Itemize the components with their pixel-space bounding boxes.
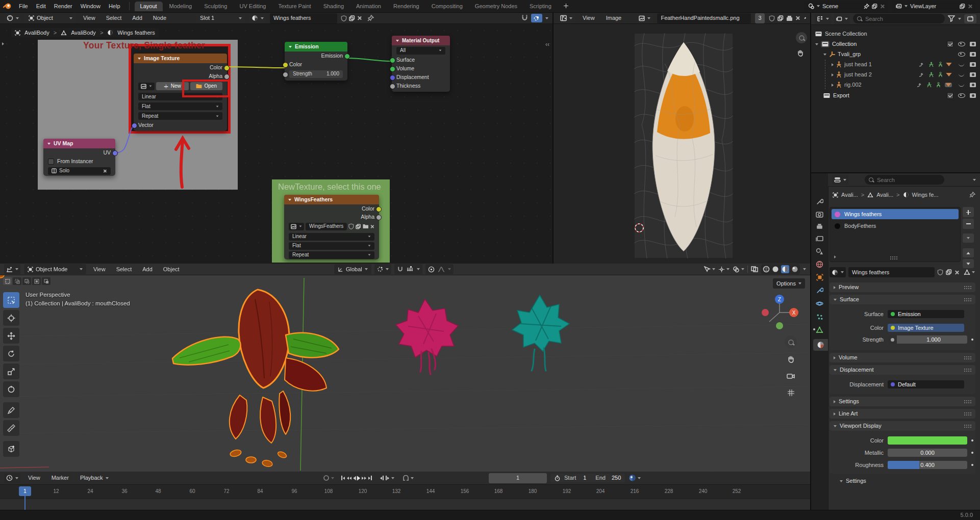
- keying-set-button[interactable]: [629, 474, 641, 482]
- close-icon[interactable]: [103, 169, 107, 172]
- chevron-down-icon[interactable]: [958, 18, 961, 20]
- chevron-down-icon[interactable]: [973, 179, 976, 181]
- playhead-line[interactable]: [24, 495, 26, 510]
- material-browse-button[interactable]: [830, 267, 846, 277]
- tab-material-active[interactable]: [813, 339, 828, 351]
- chevron-down-icon[interactable]: [803, 268, 806, 270]
- pin-icon[interactable]: [367, 15, 374, 21]
- editor-type-button[interactable]: [4, 13, 21, 23]
- visibility-dropdown[interactable]: [703, 266, 715, 272]
- menu-select[interactable]: Select: [113, 265, 136, 274]
- zoom-in-button[interactable]: [796, 32, 807, 43]
- color-output-socket[interactable]: [224, 65, 230, 71]
- menu-object[interactable]: Object: [160, 265, 183, 274]
- end-frame-field[interactable]: End250: [595, 475, 621, 481]
- material-name-field[interactable]: Wings feathers: [270, 13, 337, 23]
- alpha-output-socket[interactable]: [224, 74, 230, 80]
- outliner-row-scene-collection[interactable]: Scene Collection: [815, 29, 976, 39]
- add-slot-button[interactable]: [963, 207, 974, 217]
- overlays-dropdown[interactable]: [733, 266, 744, 273]
- menu-add[interactable]: Add: [139, 265, 156, 274]
- node-tree-button[interactable]: [964, 269, 975, 275]
- orientation-select[interactable]: Global: [334, 264, 371, 274]
- pack-icon[interactable]: [786, 15, 793, 21]
- blender-logo[interactable]: [3, 3, 12, 10]
- shield-icon[interactable]: [348, 223, 354, 229]
- search-input[interactable]: [864, 15, 917, 22]
- modifier-arrow-icon[interactable]: [919, 62, 925, 67]
- pose-icon[interactable]: [928, 62, 934, 68]
- users-count-badge[interactable]: 3: [755, 13, 764, 23]
- shading-material-active[interactable]: [781, 265, 789, 273]
- active-constraint-badge[interactable]: [945, 83, 952, 87]
- tab-rendering[interactable]: Rendering: [388, 2, 425, 11]
- select-mode-intersect[interactable]: [42, 277, 51, 285]
- tab-scene-icon[interactable]: [816, 248, 823, 255]
- eye-icon[interactable]: [958, 93, 965, 98]
- animate-dot[interactable]: [971, 464, 973, 466]
- breadcrumb-material[interactable]: Wings fe...: [912, 192, 939, 198]
- exclude-checkbox[interactable]: [947, 92, 953, 99]
- camera-visibility-icon[interactable]: [970, 62, 976, 67]
- tab-animation[interactable]: Animation: [350, 2, 387, 11]
- viewlayer-selector[interactable]: ViewLayer: [892, 1, 976, 11]
- surface-input-socket[interactable]: [390, 58, 395, 63]
- slot-specials-button[interactable]: [963, 233, 974, 243]
- tab-layout[interactable]: Layout: [135, 2, 163, 11]
- displacement-select[interactable]: Default: [888, 380, 964, 388]
- uv-output-socket[interactable]: [112, 150, 118, 156]
- from-instancer-checkbox[interactable]: [48, 159, 54, 165]
- image-name-field[interactable]: FeatherHandPaintedsmallc.png: [657, 13, 751, 23]
- breadcrumb-object[interactable]: Avali...: [841, 192, 858, 198]
- sidebar-collapse-icon[interactable]: [2, 42, 4, 45]
- tool-scale[interactable]: [3, 363, 19, 379]
- color-input-socket[interactable]: [283, 62, 288, 68]
- camera-visibility-icon[interactable]: [970, 42, 976, 46]
- snap-cluster[interactable]: [394, 264, 422, 274]
- editor-type-button[interactable]: [4, 264, 20, 274]
- animate-dot[interactable]: [971, 439, 973, 441]
- camera-visibility-icon[interactable]: [970, 72, 976, 77]
- editor-type-button[interactable]: [815, 14, 831, 24]
- tab-viewlayer-icon[interactable]: [816, 236, 823, 242]
- target-select[interactable]: All: [396, 47, 445, 55]
- menu-view[interactable]: View: [579, 14, 598, 22]
- copy-icon[interactable]: [777, 15, 784, 21]
- tab-particles-icon[interactable]: [816, 313, 823, 321]
- hide-icon[interactable]: [959, 84, 964, 87]
- close-icon[interactable]: [370, 224, 374, 228]
- tab-uv-editing[interactable]: UV Editing: [234, 2, 271, 11]
- menu-image[interactable]: Image: [602, 14, 625, 22]
- volume-input-socket[interactable]: [390, 66, 395, 72]
- select-mode-new[interactable]: [3, 277, 12, 285]
- auto-keying-toggle[interactable]: [323, 475, 334, 481]
- navigation-gizmo[interactable]: Z X: [758, 293, 801, 332]
- tab-object-icon[interactable]: [816, 274, 823, 281]
- outliner-search[interactable]: [853, 14, 945, 23]
- tool-move[interactable]: [3, 328, 19, 344]
- tab-scripting[interactable]: Scripting: [524, 2, 557, 11]
- tab-shading[interactable]: Shading: [318, 2, 349, 11]
- surface-shader-select[interactable]: Emission: [888, 310, 964, 318]
- tab-tool-icon[interactable]: [816, 198, 823, 205]
- list-filter-expand-icon[interactable]: [834, 255, 836, 258]
- new-collection-button[interactable]: [964, 14, 976, 23]
- interpolation-select[interactable]: Linear: [289, 233, 374, 241]
- tab-modifiers-icon[interactable]: [816, 287, 823, 294]
- properties-search[interactable]: [865, 175, 944, 185]
- section-surface[interactable]: Surface: [830, 295, 975, 304]
- menu-select[interactable]: Select: [103, 14, 125, 22]
- outliner-row-just-head-2[interactable]: just head 2: [832, 70, 976, 80]
- collapse-icon[interactable]: [138, 58, 141, 60]
- metallic-slider[interactable]: 0.000: [888, 449, 967, 457]
- slot-wings-feathers[interactable]: Wings feathers: [832, 209, 959, 219]
- breadcrumb-material[interactable]: Wings feathers: [117, 30, 155, 36]
- options-button[interactable]: Options: [773, 278, 805, 289]
- expand-icon[interactable]: [832, 84, 834, 87]
- copy-icon[interactable]: [946, 269, 952, 275]
- collapse-icon[interactable]: [47, 143, 51, 145]
- section-displacement[interactable]: Displacement: [830, 365, 975, 375]
- projection-select[interactable]: Flat: [138, 102, 222, 110]
- material-name-field[interactable]: Wings feathers: [848, 267, 935, 277]
- constraint-icon[interactable]: [946, 73, 951, 76]
